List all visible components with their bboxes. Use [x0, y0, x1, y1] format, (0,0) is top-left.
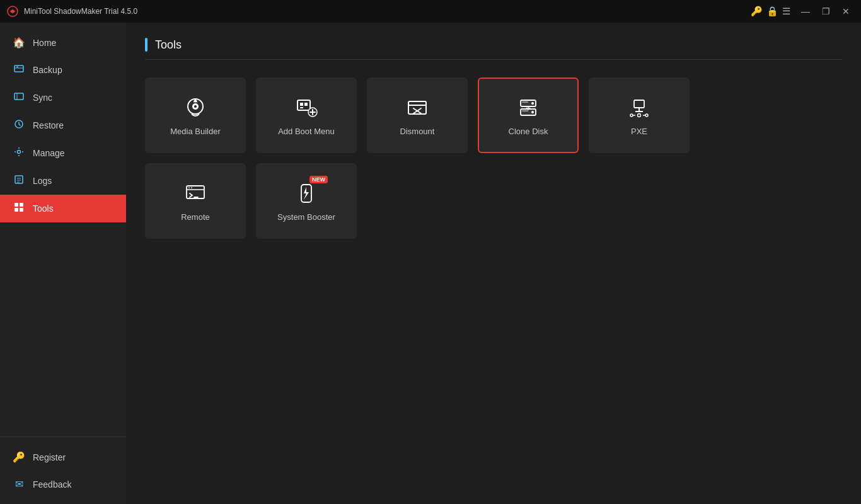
- minimize-button[interactable]: —: [797, 3, 814, 20]
- add-boot-menu-label: Add Boot Menu: [278, 127, 335, 136]
- sidebar-label-tools: Tools: [33, 203, 54, 214]
- logs-icon: [13, 175, 25, 187]
- svg-rect-22: [300, 107, 303, 108]
- manage-icon: [13, 147, 25, 159]
- page-title: Tools: [155, 38, 182, 52]
- svg-rect-21: [304, 103, 308, 106]
- app-icon: [6, 5, 19, 18]
- dismount-icon: [405, 95, 430, 120]
- svg-rect-13: [20, 203, 23, 207]
- svg-point-39: [638, 113, 641, 117]
- add-boot-menu-icon: [294, 95, 319, 120]
- close-button[interactable]: ✕: [837, 3, 855, 20]
- svg-point-42: [630, 114, 633, 117]
- svg-rect-26: [408, 101, 426, 114]
- svg-point-30: [531, 102, 534, 105]
- svg-rect-36: [634, 100, 644, 108]
- new-badge: NEW: [309, 176, 328, 183]
- page-title-bar: Tools: [145, 38, 842, 60]
- sidebar-label-home: Home: [33, 38, 56, 48]
- media-builder-icon: [183, 95, 208, 120]
- pxe-label: PXE: [631, 127, 647, 136]
- tool-card-add-boot-menu[interactable]: Add Boot Menu: [256, 77, 357, 153]
- sidebar-label-restore: Restore: [33, 120, 64, 130]
- tools-grid: Media Builder Add Boot Men: [145, 77, 842, 239]
- menu-icon[interactable]: ☰: [782, 6, 790, 17]
- sidebar-item-backup[interactable]: Backup: [0, 56, 126, 84]
- home-icon: 🏠: [13, 37, 25, 49]
- svg-point-46: [188, 186, 190, 188]
- backup-icon: [13, 64, 25, 76]
- sidebar-label-backup: Backup: [33, 65, 62, 75]
- tool-card-pxe[interactable]: PXE: [589, 77, 690, 153]
- tool-card-media-builder[interactable]: Media Builder: [145, 77, 246, 153]
- sidebar-label-manage: Manage: [33, 148, 65, 158]
- tools-icon: [13, 202, 25, 215]
- svg-point-43: [645, 114, 648, 117]
- svg-rect-1: [14, 66, 23, 72]
- remote-icon: [183, 181, 208, 206]
- svg-point-18: [194, 105, 197, 108]
- titlebar-icon-group: 🔑 🔒 ☰: [751, 6, 790, 17]
- tool-card-clone-disk[interactable]: Clone Disk: [478, 77, 579, 153]
- sidebar-item-restore[interactable]: Restore: [0, 112, 126, 139]
- sidebar-label-register: Register: [33, 452, 66, 462]
- sidebar-item-register[interactable]: 🔑 Register: [0, 444, 126, 471]
- app-title: MiniTool ShadowMaker Trial 4.5.0: [24, 7, 751, 16]
- svg-rect-15: [20, 208, 23, 212]
- window-controls: — ❐ ✕: [797, 3, 855, 20]
- clone-disk-icon: [516, 95, 541, 120]
- sidebar-label-sync: Sync: [33, 93, 52, 103]
- tool-card-dismount[interactable]: Dismount: [367, 77, 468, 153]
- restore-icon: [13, 119, 25, 132]
- svg-rect-12: [14, 203, 18, 207]
- dismount-label: Dismount: [400, 127, 435, 136]
- tool-card-system-booster[interactable]: NEW System Booster: [256, 163, 357, 239]
- key-icon[interactable]: 🔑: [751, 6, 763, 17]
- media-builder-label: Media Builder: [170, 127, 221, 136]
- remote-label: Remote: [181, 212, 210, 222]
- sidebar-item-tools[interactable]: Tools: [0, 195, 126, 222]
- svg-point-7: [18, 151, 21, 154]
- svg-point-33: [531, 111, 534, 113]
- svg-rect-20: [300, 103, 303, 106]
- system-booster-label: System Booster: [277, 212, 335, 222]
- sidebar-item-manage[interactable]: Manage: [0, 139, 126, 167]
- svg-point-47: [191, 186, 192, 188]
- svg-rect-19: [298, 100, 310, 110]
- sync-icon: [13, 91, 25, 104]
- sidebar-label-logs: Logs: [33, 176, 52, 186]
- pxe-icon: [627, 95, 652, 120]
- system-booster-icon: NEW: [294, 181, 319, 206]
- sidebar-item-feedback[interactable]: ✉ Feedback: [0, 471, 126, 498]
- sidebar-item-home[interactable]: 🏠 Home: [0, 29, 126, 56]
- svg-rect-3: [16, 67, 18, 68]
- tool-card-remote[interactable]: Remote: [145, 163, 246, 239]
- titlebar: MiniTool ShadowMaker Trial 4.5.0 🔑 🔒 ☰ —…: [0, 0, 861, 23]
- svg-rect-34: [522, 110, 528, 112]
- svg-rect-14: [14, 208, 18, 212]
- register-icon: 🔑: [13, 451, 25, 463]
- sidebar-item-logs[interactable]: Logs: [0, 167, 126, 195]
- main-layout: 🏠 Home Backup Sync: [0, 23, 861, 504]
- sidebar-item-sync[interactable]: Sync: [0, 84, 126, 112]
- sidebar-bottom: 🔑 Register ✉ Feedback: [0, 437, 126, 498]
- lock-icon[interactable]: 🔒: [766, 6, 778, 17]
- clone-disk-label: Clone Disk: [509, 127, 548, 136]
- title-accent: [145, 38, 147, 52]
- feedback-icon: ✉: [13, 478, 25, 490]
- content-area: Tools Media Builder: [126, 23, 861, 504]
- svg-rect-4: [14, 93, 23, 100]
- restore-button[interactable]: ❐: [817, 3, 835, 20]
- sidebar: 🏠 Home Backup Sync: [0, 23, 126, 504]
- svg-rect-31: [522, 101, 528, 103]
- sidebar-label-feedback: Feedback: [33, 479, 71, 490]
